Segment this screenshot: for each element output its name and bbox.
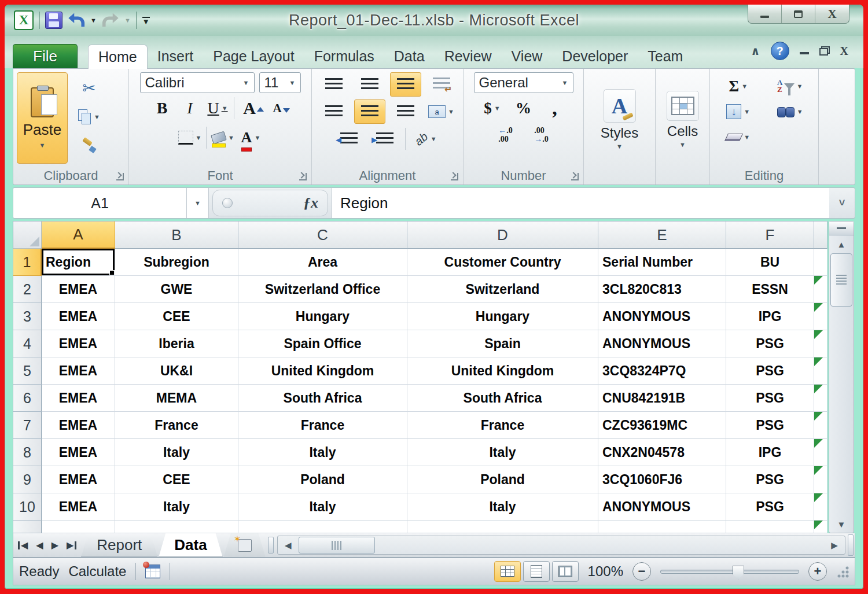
cell-B4[interactable]: Iberia — [115, 330, 238, 357]
name-box[interactable]: A1 — [13, 188, 187, 218]
zoom-in-button[interactable]: + — [808, 562, 827, 581]
cell-E4[interactable]: ANONYMOUS — [598, 330, 726, 357]
select-all-button[interactable] — [13, 221, 42, 249]
vertical-scroll-track[interactable] — [829, 307, 854, 515]
workbook-minimize-icon[interactable] — [800, 52, 809, 54]
column-header-F[interactable]: F — [726, 221, 814, 249]
cells-dropdown-icon[interactable]: ▼ — [679, 142, 686, 148]
cell-B8[interactable]: Italy — [115, 439, 238, 466]
cell-C10[interactable]: Italy — [238, 493, 407, 521]
row-header-9[interactable]: 9 — [13, 466, 42, 493]
dialog-launcher-icon[interactable] — [571, 173, 579, 180]
calculate-status[interactable]: Calculate — [68, 563, 126, 580]
previous-sheet-button[interactable]: ◀ — [36, 540, 43, 551]
cell-E8[interactable]: CNX2N04578 — [598, 439, 726, 466]
cell-F2[interactable]: ESSN — [726, 276, 814, 303]
excel-logo-icon[interactable]: X — [14, 10, 34, 30]
cell-B10[interactable]: Italy — [115, 493, 238, 521]
cell-F7[interactable]: PSG — [726, 412, 814, 439]
cell-D3[interactable]: Hungary — [407, 303, 598, 330]
font-color-button[interactable]: A ▼ — [239, 126, 262, 150]
cell-C5[interactable]: United Kingdom — [238, 357, 407, 385]
scroll-down-button[interactable]: ▼ — [829, 515, 854, 533]
cell-partial-row9[interactable] — [814, 466, 827, 493]
cells-button[interactable]: Cells ▼ — [660, 72, 705, 166]
cell-E1[interactable]: Serial Number — [598, 249, 726, 276]
formula-input[interactable]: Region — [332, 188, 829, 218]
cell-D9[interactable]: Poland — [407, 466, 598, 493]
merge-dropdown-icon[interactable]: ▼ — [448, 109, 454, 115]
cell-F9[interactable]: PSG — [726, 466, 814, 493]
scrollbar-split-handle[interactable] — [848, 534, 854, 556]
cell-partial-row4[interactable] — [814, 330, 827, 357]
comma-style-button[interactable]: , — [543, 96, 567, 120]
cell-partial-row11[interactable] — [814, 521, 827, 533]
cell-B7[interactable]: France — [115, 412, 238, 439]
redo-dropdown-icon[interactable]: ▼ — [124, 17, 131, 24]
undo-dropdown-icon[interactable]: ▼ — [90, 17, 97, 24]
close-button[interactable]: X — [815, 5, 849, 23]
cell-C1[interactable]: Area — [238, 249, 407, 276]
number-format-select[interactable]: General▼ — [474, 72, 573, 93]
cell-A7[interactable]: EMEA — [42, 412, 115, 439]
tab-home[interactable]: Home — [88, 45, 148, 69]
cell-E5[interactable]: 3CQ8324P7Q — [598, 357, 726, 385]
styles-button[interactable]: A Styles ▼ — [589, 72, 650, 166]
cell-B1[interactable]: Subregion — [115, 249, 238, 276]
macro-record-icon[interactable] — [145, 565, 160, 578]
page-break-view-button[interactable] — [552, 561, 579, 582]
increase-decimal-button[interactable]: ←.0.00 — [494, 123, 517, 147]
wrap-text-button[interactable] — [426, 72, 457, 97]
cell-A6[interactable]: EMEA — [42, 385, 115, 412]
sort-filter-dropdown-icon[interactable]: ▼ — [797, 83, 803, 90]
cell-C6[interactable]: South Africa — [238, 385, 407, 412]
zoom-slider[interactable] — [660, 570, 799, 574]
zoom-level[interactable]: 100% — [588, 563, 623, 580]
row-header-10[interactable]: 10 — [13, 493, 42, 521]
cell-B2[interactable]: GWE — [115, 276, 238, 303]
autosum-dropdown-icon[interactable]: ▼ — [741, 83, 748, 90]
borders-dropdown-icon[interactable]: ▼ — [196, 135, 202, 141]
cell-B5[interactable]: UK&I — [115, 357, 238, 385]
tab-team[interactable]: Team — [638, 44, 693, 68]
bold-button[interactable]: B — [150, 96, 174, 120]
percent-style-button[interactable]: % — [512, 96, 535, 120]
maximize-button[interactable] — [782, 5, 815, 23]
cell-A8[interactable]: EMEA — [42, 439, 115, 466]
align-right-button[interactable] — [390, 99, 421, 124]
cell-C7[interactable]: France — [238, 412, 407, 439]
underline-dropdown-icon[interactable]: ▼ — [222, 105, 228, 112]
file-tab[interactable]: File — [13, 44, 78, 68]
cell-F1[interactable]: BU — [726, 249, 814, 276]
cell-B6[interactable]: MEMA — [115, 385, 238, 412]
row-header-1[interactable]: 1 — [13, 249, 42, 276]
decrease-decimal-button[interactable]: .00→.0 — [530, 123, 553, 147]
format-painter-button[interactable] — [71, 134, 107, 158]
copy-button[interactable]: ▼ — [71, 105, 107, 129]
cell-E11[interactable] — [598, 521, 726, 533]
increase-indent-button[interactable]: ▶ — [369, 127, 400, 151]
scroll-left-button[interactable]: ◀ — [278, 536, 299, 554]
column-header-C[interactable]: C — [238, 221, 407, 249]
last-sheet-button[interactable]: ▶ — [67, 540, 76, 551]
cell-E7[interactable]: CZC93619MC — [598, 412, 726, 439]
row-header-6[interactable]: 6 — [13, 385, 42, 412]
row-header-8[interactable]: 8 — [13, 439, 42, 466]
cell-E10[interactable]: ANONYMOUS — [598, 493, 726, 521]
sort-filter-button[interactable]: AZ ▼ — [777, 74, 803, 98]
cell-partial-row10[interactable] — [814, 493, 827, 521]
cell-C3[interactable]: Hungary — [238, 303, 407, 330]
zoom-slider-thumb[interactable] — [733, 566, 744, 580]
redo-icon[interactable] — [102, 12, 119, 28]
first-sheet-button[interactable]: ◀ — [18, 540, 28, 551]
clear-button[interactable]: ▼ — [726, 125, 750, 149]
customize-qat-icon[interactable]: ▼ — [142, 17, 150, 24]
tab-data[interactable]: Data — [384, 44, 435, 68]
cell-B11[interactable] — [115, 521, 238, 533]
cell-partial-row2[interactable] — [814, 276, 827, 303]
tab-developer[interactable]: Developer — [552, 44, 638, 68]
column-header-partial[interactable] — [814, 221, 827, 249]
underline-button[interactable]: U▼ — [206, 96, 229, 120]
insert-function-icon[interactable]: ƒx — [303, 194, 318, 212]
fill-dropdown-icon[interactable]: ▼ — [744, 109, 750, 115]
